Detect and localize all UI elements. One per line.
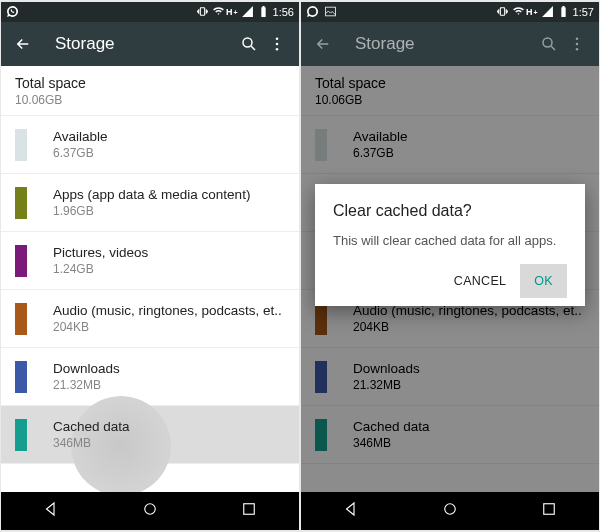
- status-bar: H+ 1:56: [1, 2, 299, 22]
- battery-icon: [257, 5, 270, 20]
- swatch-icon: [15, 245, 27, 277]
- svg-point-12: [576, 48, 579, 51]
- status-time: 1:57: [573, 6, 594, 18]
- row-cached[interactable]: Cached data346MB: [1, 406, 299, 464]
- signal-icon: [241, 5, 254, 20]
- total-value: 10.06GB: [15, 93, 86, 107]
- row-pictures[interactable]: Pictures, videos1.24GB: [1, 232, 299, 290]
- swatch-icon: [15, 361, 27, 393]
- svg-point-4: [276, 48, 279, 51]
- overflow-icon[interactable]: [563, 35, 591, 53]
- app-toolbar: Storage: [1, 22, 299, 66]
- network-plus: +: [233, 9, 237, 16]
- status-bar: H+ 1:57: [301, 2, 599, 22]
- vibrate-icon: [496, 5, 509, 20]
- clear-cache-dialog: Clear cached data? This will clear cache…: [315, 184, 585, 306]
- swatch-icon: [15, 187, 27, 219]
- svg-rect-0: [200, 7, 204, 15]
- nav-recent-icon[interactable]: [240, 500, 258, 522]
- row-available[interactable]: Available6.37GB: [1, 116, 299, 174]
- svg-point-10: [576, 37, 579, 40]
- row-audio[interactable]: Audio (music, ringtones, podcasts, et..2…: [1, 290, 299, 348]
- search-icon[interactable]: [535, 35, 563, 53]
- nav-home-icon[interactable]: [141, 500, 159, 522]
- network-h: H: [226, 7, 233, 17]
- total-space-row: Total space 10.06GB: [1, 66, 299, 116]
- nav-home-icon[interactable]: [441, 500, 459, 522]
- back-icon[interactable]: [9, 35, 37, 53]
- svg-point-3: [276, 43, 279, 46]
- network-h: H: [526, 7, 533, 17]
- row-apps[interactable]: Apps (app data & media content)1.96GB: [1, 174, 299, 232]
- dialog-title: Clear cached data?: [333, 202, 567, 220]
- whatsapp-icon: [6, 5, 19, 20]
- svg-rect-7: [326, 7, 336, 16]
- svg-point-9: [543, 38, 552, 47]
- swatch-icon: [15, 303, 27, 335]
- nav-recent-icon[interactable]: [540, 500, 558, 522]
- phone-left: H+ 1:56 Storage Total space 10.06GB Avai…: [1, 2, 299, 530]
- svg-point-1: [243, 38, 252, 47]
- phone-right: H+ 1:57 Storage Total space10.06GB Avail…: [301, 2, 599, 530]
- swatch-icon: [15, 419, 27, 451]
- image-icon: [324, 5, 337, 20]
- ok-button[interactable]: OK: [520, 264, 567, 298]
- back-icon[interactable]: [309, 35, 337, 53]
- wifi-icon: [212, 5, 225, 20]
- nav-bar: [301, 492, 599, 530]
- toolbar-title: Storage: [55, 34, 235, 54]
- status-time: 1:56: [273, 6, 294, 18]
- svg-rect-14: [544, 504, 555, 515]
- svg-rect-8: [500, 7, 504, 15]
- toolbar-title: Storage: [355, 34, 535, 54]
- nav-back-icon[interactable]: [342, 500, 360, 522]
- wifi-icon: [512, 5, 525, 20]
- storage-list: Total space 10.06GB Available6.37GB Apps…: [1, 66, 299, 464]
- cancel-button[interactable]: CANCEL: [440, 264, 521, 298]
- row-downloads[interactable]: Downloads21.32MB: [1, 348, 299, 406]
- svg-point-2: [276, 37, 279, 40]
- app-toolbar: Storage: [301, 22, 599, 66]
- nav-back-icon[interactable]: [42, 500, 60, 522]
- nav-bar: [1, 492, 299, 530]
- whatsapp-icon: [306, 5, 319, 20]
- search-icon[interactable]: [235, 35, 263, 53]
- battery-icon: [557, 5, 570, 20]
- svg-point-13: [445, 504, 456, 515]
- overflow-icon[interactable]: [263, 35, 291, 53]
- network-plus: +: [533, 9, 537, 16]
- svg-rect-6: [244, 504, 255, 515]
- dialog-message: This will clear cached data for all apps…: [333, 232, 567, 250]
- svg-point-5: [145, 504, 156, 515]
- vibrate-icon: [196, 5, 209, 20]
- signal-icon: [541, 5, 554, 20]
- total-label: Total space: [15, 75, 86, 91]
- swatch-icon: [15, 129, 27, 161]
- svg-point-11: [576, 43, 579, 46]
